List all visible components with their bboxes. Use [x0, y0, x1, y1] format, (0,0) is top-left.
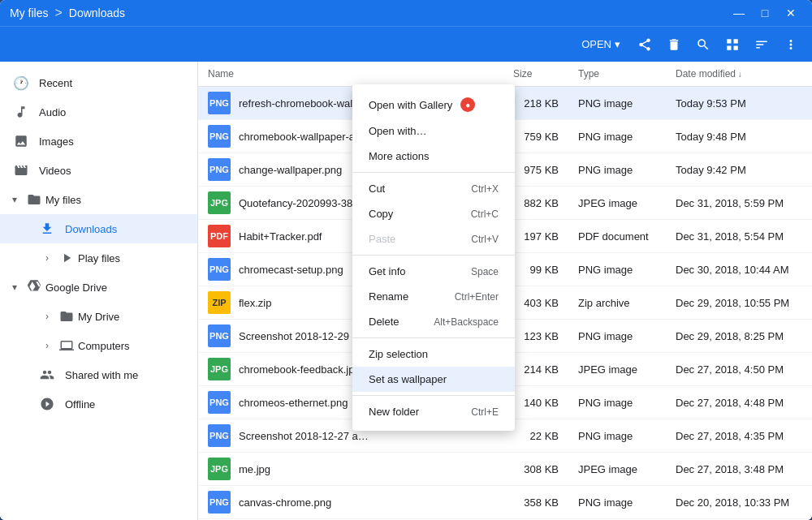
delete-icon[interactable] [663, 33, 685, 56]
file-type-icon: PNG [208, 424, 231, 447]
table-row[interactable]: PNG canvas-chrome.png 358 KB PNG image D… [198, 486, 812, 519]
file-date: Today 9:48 PM [666, 120, 812, 153]
file-type-icon: PNG [208, 92, 231, 114]
sidebar-item-label: Audio [39, 106, 66, 118]
file-type-icon: PNG [208, 258, 231, 281]
sidebar-item-label: My files [45, 194, 81, 206]
file-size: 358 KB [503, 486, 568, 519]
expand-icon: › [39, 250, 55, 266]
search-icon[interactable] [692, 33, 715, 56]
context-menu-more-actions[interactable]: More actions [352, 144, 515, 169]
sidebar-item-images[interactable]: Images [0, 127, 197, 156]
file-date: Dec 30, 2018, 10:44 AM [666, 253, 812, 286]
context-menu-cut[interactable]: Cut Ctrl+X [352, 176, 515, 201]
file-name: PNG canvas-chrome.png [208, 491, 494, 514]
sidebar-item-computers[interactable]: › Computers [0, 331, 197, 360]
breadcrumb-current[interactable]: Downloads [69, 6, 125, 19]
file-name: JPG me.jpg [208, 458, 494, 480]
file-date: Dec 29, 2018, 10:55 PM [666, 286, 812, 320]
sidebar-item-videos[interactable]: Videos [0, 156, 197, 185]
downloads-icon [39, 221, 55, 237]
sidebar-item-offline[interactable]: Offline [0, 389, 197, 419]
my-drive-icon [58, 308, 75, 324]
file-date: Dec 31, 2018, 5:59 PM [666, 187, 812, 220]
expand-icon: › [39, 337, 55, 354]
sidebar-item-label: Computers [78, 340, 130, 352]
sidebar-item-downloads[interactable]: Downloads [0, 214, 197, 243]
file-type: PNG image [568, 486, 666, 519]
sort-icon[interactable] [750, 33, 773, 56]
open-button[interactable]: OPEN ▾ [575, 33, 627, 55]
file-date: Dec 27, 2018, 4:48 PM [666, 386, 812, 419]
col-size[interactable]: Size [503, 62, 568, 87]
sidebar-item-google-drive[interactable]: ▾ Google Drive [0, 273, 197, 302]
sidebar: 🕐 Recent Audio Images [0, 62, 198, 520]
col-type[interactable]: Type [568, 62, 666, 87]
breadcrumb: My files > Downloads [10, 6, 728, 20]
sidebar-item-label: Shared with me [65, 369, 138, 381]
file-date: Dec 27, 2018, 3:48 PM [666, 453, 812, 486]
sidebar-item-play-files[interactable]: › Play files [0, 243, 197, 273]
more-options-icon[interactable] [780, 33, 802, 56]
col-name[interactable]: Name [198, 62, 503, 87]
file-type-icon: PNG [208, 391, 231, 414]
videos-icon [13, 162, 29, 178]
file-date: Dec 29, 2018, 8:25 PM [666, 320, 812, 353]
table-row[interactable]: JPG me.jpg 308 KB JPEG image Dec 27, 201… [198, 453, 812, 486]
sidebar-item-shared-with-me[interactable]: Shared with me [0, 360, 197, 389]
file-type: PNG image [568, 386, 666, 419]
context-menu-rename[interactable]: Rename Ctrl+Enter [352, 284, 515, 309]
main-area: 🕐 Recent Audio Images [0, 62, 812, 520]
context-menu-zip[interactable]: Zip selection [352, 342, 515, 367]
context-menu-open-with[interactable]: Open with… [352, 118, 515, 144]
context-menu-copy[interactable]: Copy Ctrl+C [352, 201, 515, 226]
google-drive-icon [26, 279, 42, 295]
breadcrumb-root[interactable]: My files [10, 6, 48, 19]
breadcrumb-separator: > [54, 6, 62, 20]
context-menu-open-gallery[interactable]: Open with Gallery ● [352, 91, 515, 118]
gallery-icon: ● [460, 97, 475, 112]
sidebar-item-my-files[interactable]: ▾ My files [0, 185, 197, 214]
context-menu-divider-1 [352, 172, 515, 173]
context-menu-divider-4 [352, 395, 515, 396]
file-date: Today 9:53 PM [666, 87, 812, 120]
minimize-button[interactable]: — [728, 2, 750, 24]
context-menu-delete[interactable]: Delete Alt+Backspace [352, 309, 515, 334]
context-menu: Open with Gallery ● Open with… More acti… [352, 84, 515, 431]
sidebar-item-label: Videos [39, 165, 71, 177]
computers-icon [58, 337, 75, 354]
file-list-area: Name Size Type Date modified PNG refresh… [198, 62, 812, 520]
sidebar-item-audio[interactable]: Audio [0, 97, 197, 127]
maximize-button[interactable]: □ [754, 2, 776, 24]
file-date: Dec 27, 2018, 4:35 PM [666, 419, 812, 453]
file-type-icon: JPG [208, 191, 231, 214]
file-type: JPEG image [568, 187, 666, 220]
file-type: JPEG image [568, 453, 666, 486]
file-type: PNG image [568, 253, 666, 286]
audio-icon [13, 104, 29, 120]
shared-icon [39, 367, 55, 383]
col-date[interactable]: Date modified [666, 62, 812, 87]
recent-icon: 🕐 [13, 75, 29, 91]
context-menu-new-folder[interactable]: New folder Ctrl+E [352, 399, 515, 424]
file-manager-window: My files > Downloads — □ ✕ OPEN ▾ [0, 0, 812, 520]
title-bar: My files > Downloads — □ ✕ [0, 0, 812, 26]
grid-view-icon[interactable] [721, 33, 744, 56]
sidebar-item-label: Recent [39, 77, 72, 89]
share-icon[interactable] [633, 33, 656, 56]
file-type: PDF document [568, 220, 666, 253]
file-date: Dec 27, 2018, 4:50 PM [666, 353, 812, 386]
context-menu-set-wallpaper[interactable]: Set as wallpaper [352, 367, 515, 392]
close-button[interactable]: ✕ [780, 2, 802, 24]
sidebar-item-label: Offline [65, 398, 95, 410]
sidebar-item-my-drive[interactable]: › My Drive [0, 302, 197, 331]
sidebar-item-recent[interactable]: 🕐 Recent [0, 68, 197, 97]
file-type: PNG image [568, 120, 666, 153]
file-date: Dec 20, 2018, 10:33 PM [666, 486, 812, 519]
file-type-icon: PNG [208, 324, 231, 347]
expand-icon: › [39, 308, 55, 324]
offline-icon [39, 396, 55, 412]
expand-icon: ▾ [6, 279, 23, 295]
context-menu-divider-2 [352, 255, 515, 256]
context-menu-get-info[interactable]: Get info Space [352, 259, 515, 284]
